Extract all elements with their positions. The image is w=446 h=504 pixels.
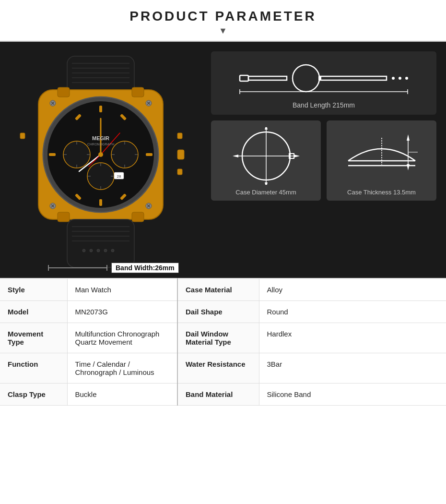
svg-point-68 [97,249,100,252]
spec-value: Hardlex [259,323,446,353]
spec-label: Case Material [177,278,259,301]
table-row: Function Time / Calendar / Chronograph /… [0,353,446,384]
spec-value: Buckle [67,384,177,406]
spec-label: Dail Window Material Type [177,323,259,353]
case-diameter-label: Case Diameter 45mm [235,189,296,196]
table-row: Model MN2073G Dail Shape Round [0,301,446,323]
svg-point-66 [82,249,85,252]
svg-point-11 [63,141,90,168]
spec-value: Round [259,301,446,323]
svg-rect-72 [132,212,144,222]
spec-value: Alloy [259,278,446,301]
svg-marker-97 [407,164,410,170]
svg-point-79 [405,77,408,80]
svg-rect-71 [58,212,70,222]
spec-value: 3Bar [259,353,446,384]
spec-label: Water Resistance [177,353,259,384]
case-dimensions-row: Case Diameter 45mm C [211,120,436,201]
svg-rect-73 [240,75,248,81]
table-row: Style Man Watch Case Material Alloy [0,278,446,301]
specs-table: Style Man Watch Case Material Alloy Mode… [0,278,446,406]
band-length-label: Band Length 215mm [293,101,355,109]
svg-rect-45 [177,169,182,175]
svg-rect-74 [248,76,287,80]
case-thickness-diagram [339,127,425,185]
svg-point-67 [90,249,93,252]
svg-marker-89 [265,127,268,130]
band-width-indicator: Band Width:26mm [10,263,179,273]
svg-text:MEGIR: MEGIR [92,135,109,141]
svg-rect-27 [99,199,102,206]
spec-value: Silicone Band [259,384,446,406]
case-thickness-label: Case Thickness 13.5mm [347,189,416,196]
svg-rect-43 [177,150,184,159]
svg-point-38 [98,152,103,157]
svg-rect-28 [49,153,56,156]
case-diameter-diagram [228,127,305,185]
svg-rect-46 [20,133,25,139]
spec-label: Clasp Type [0,384,67,406]
band-width-label: Band Width:26mm [111,263,179,273]
spec-label: Band Material [177,384,259,406]
watch-image-area: MEGIR CHRONOGRAPH 28 [10,51,201,273]
svg-point-69 [104,249,107,252]
svg-rect-0 [67,56,134,95]
svg-point-12 [111,141,138,168]
svg-rect-76 [319,76,387,80]
svg-point-78 [399,77,401,80]
svg-marker-96 [407,134,410,141]
spec-value: Time / Calendar / Chronograph / Luminous [67,353,177,384]
spec-value: Multifunction Chronograph Quartz Movemen… [67,323,177,353]
spec-value: MN2073G [67,301,177,323]
spec-label: Style [0,278,67,301]
spec-label: Model [0,301,67,323]
svg-marker-86 [233,155,238,157]
svg-rect-59 [58,87,70,97]
table-row: Movement Type Multifunction Chronograph … [0,323,446,353]
svg-rect-44 [177,133,182,139]
header-arrow-icon: ▼ [0,26,446,36]
spec-label: Movement Type [0,323,67,353]
spec-label: Function [0,353,67,384]
svg-point-77 [392,77,395,80]
svg-rect-80 [318,76,321,80]
svg-rect-60 [132,87,144,97]
page-header: PRODUCT PARAMETER ▼ [0,0,446,42]
spec-value: Man Watch [67,278,177,301]
svg-rect-29 [146,153,153,156]
page-title: PRODUCT PARAMETER [0,9,446,24]
specs-diagram-area: Band Length 215mm [211,51,436,273]
svg-marker-90 [265,182,268,185]
case-diameter-box: Case Diameter 45mm [211,120,321,201]
case-thickness-box: Case Thickness 13.5mm [327,120,436,201]
svg-point-13 [87,163,114,190]
spec-label: Dail Shape [177,301,259,323]
svg-rect-26 [99,106,102,112]
table-row: Clasp Type Buckle Band Material Silicone… [0,384,446,406]
product-image-section: MEGIR CHRONOGRAPH 28 [0,42,446,278]
band-length-diagram [235,59,412,97]
svg-point-70 [111,249,114,252]
watch-illustration: MEGIR CHRONOGRAPH 28 [10,51,192,272]
svg-text:28: 28 [117,174,121,179]
svg-point-75 [293,65,319,92]
band-length-box: Band Length 215mm [211,51,436,115]
svg-marker-87 [294,155,300,157]
svg-text:CHRONOGRAPH: CHRONOGRAPH [87,143,114,146]
